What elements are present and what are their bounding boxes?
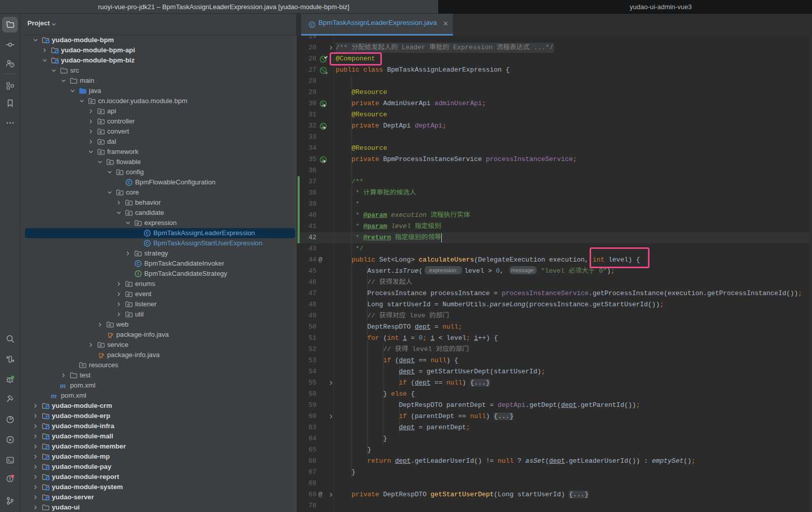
svg-text:C: C [137,261,140,266]
svg-text:I: I [138,271,139,276]
svg-text:?: ? [11,63,13,67]
svg-text:C: C [146,241,149,246]
svg-text:C: C [127,180,131,185]
svg-text:m: m [60,381,66,390]
svg-text:m: m [51,392,57,400]
svg-text:C: C [146,231,149,236]
svg-text:C: C [311,22,314,27]
